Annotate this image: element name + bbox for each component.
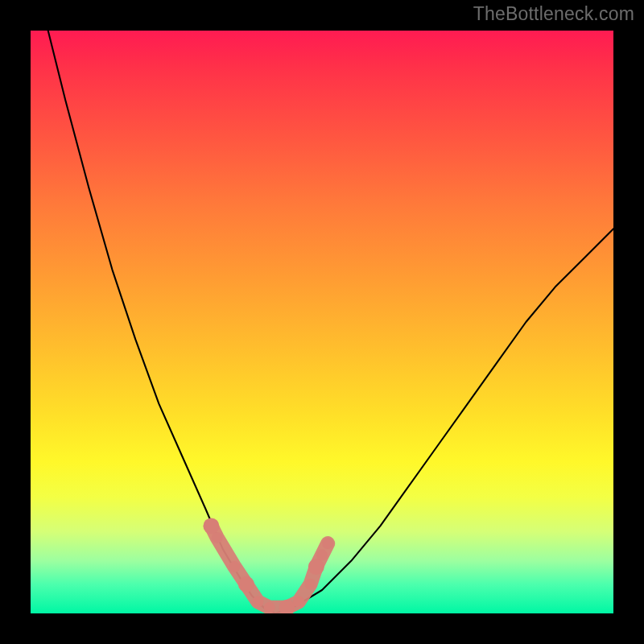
chart-frame: TheBottleneck.com	[0, 0, 644, 644]
watermark-text: TheBottleneck.com	[473, 3, 634, 25]
plot-background	[31, 31, 613, 613]
